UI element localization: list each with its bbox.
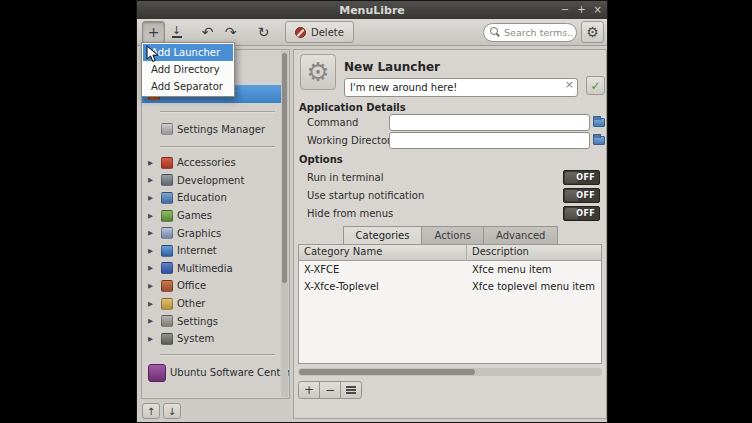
move-down-button[interactable]: ↓ (163, 403, 181, 419)
category-name-cell: X-Xfce-Toplevel (299, 281, 467, 292)
expander-icon[interactable]: ▶ (148, 212, 157, 220)
settings-button[interactable]: ⚙ (581, 21, 604, 43)
list-icon (346, 386, 356, 388)
menu-item-add-separator[interactable]: Add Separator (143, 78, 233, 95)
sidebar-item-label: Settings (177, 316, 218, 327)
switch-state: OFF (576, 191, 595, 200)
search-input[interactable] (504, 27, 574, 38)
tab-categories[interactable]: Categories (343, 226, 423, 245)
arrow-down-icon: ↓ (168, 406, 176, 417)
scrollbar-thumb[interactable] (299, 369, 475, 375)
folder-icon (593, 118, 605, 127)
add-category-button[interactable]: + (298, 381, 320, 399)
remove-category-button[interactable]: − (319, 381, 341, 399)
table-row[interactable]: X-XFCE Xfce menu item (299, 261, 601, 278)
categories-table: Category Name Description X-XFCE Xfce me… (298, 244, 602, 364)
expander-icon[interactable]: ▶ (148, 282, 157, 290)
tab-actions[interactable]: Actions (421, 226, 484, 245)
sidebar-item-software-center[interactable]: Ubuntu Software Center (142, 362, 281, 384)
sidebar-item-label: Multimedia (177, 263, 233, 274)
sidebar-item-label: System (177, 333, 214, 344)
office-icon (161, 280, 173, 292)
sidebar-item-graphics[interactable]: ▶ Graphics (142, 224, 281, 242)
sidebar-item-label: Ubuntu Software Center (170, 367, 290, 378)
add-button[interactable]: + (142, 21, 165, 43)
screen: MenuLibre − + × + ↓ ↶ ↷ (0, 0, 752, 423)
sidebar-item-settings-manager[interactable]: Settings Manager (142, 121, 281, 139)
option-startup-notification: Use startup notification OFF (307, 187, 600, 203)
menu-item-add-directory[interactable]: Add Directory (143, 61, 233, 78)
clear-icon[interactable]: × (565, 78, 574, 91)
expander-icon[interactable]: ▶ (148, 176, 157, 184)
expander-icon[interactable]: ▶ (148, 229, 157, 237)
sidebar-item-games[interactable]: ▶ Games (142, 207, 281, 225)
expander-icon[interactable]: ▶ (148, 247, 157, 255)
expander-icon[interactable]: ▶ (148, 264, 157, 272)
sidebar-item-label: Office (177, 280, 206, 291)
sidebar-item-label: Development (177, 175, 244, 186)
internet-icon (161, 245, 173, 257)
table-horizontal-scrollbar[interactable] (298, 368, 602, 376)
switch-state: OFF (576, 209, 595, 218)
minimize-button[interactable]: − (561, 1, 569, 19)
launcher-name-input[interactable] (344, 78, 578, 97)
sidebar-item-other[interactable]: ▶ Other (142, 295, 281, 313)
menulibre-window: MenuLibre − + × + ↓ ↶ ↷ (136, 0, 608, 423)
command-browse-button[interactable] (592, 114, 606, 131)
gear-icon: ⚙ (306, 57, 329, 87)
save-launcher-button[interactable]: ↓ (165, 21, 188, 43)
sidebar-item-internet[interactable]: ▶ Internet (142, 242, 281, 260)
sidebar-item-education[interactable]: ▶ Education (142, 189, 281, 207)
arrow-up-icon: ↑ (147, 406, 155, 417)
column-header-category-name[interactable]: Category Name (299, 245, 467, 261)
sidebar-item-settings[interactable]: ▶ Settings (142, 312, 281, 330)
expander-icon[interactable]: ▶ (148, 159, 157, 167)
expander-icon[interactable]: ▶ (148, 194, 157, 202)
games-icon (161, 210, 173, 222)
sidebar-item-label: Other (177, 298, 205, 309)
sidebar-item-development[interactable]: ▶ Development (142, 172, 281, 190)
close-button[interactable]: × (594, 1, 602, 19)
revert-button[interactable]: ↻ (252, 21, 275, 43)
approve-name-button[interactable]: ✓ (586, 76, 605, 95)
hide-from-menus-switch[interactable]: OFF (563, 206, 600, 221)
working-directory-browse-button[interactable] (592, 132, 606, 149)
launcher-icon-button[interactable]: ⚙ (300, 54, 336, 90)
redo-button[interactable]: ↷ (219, 21, 242, 43)
startup-notification-switch[interactable]: OFF (563, 188, 600, 203)
describe-category-button[interactable] (340, 381, 362, 399)
plus-icon: + (304, 383, 314, 397)
menu-tree: New Launcher Settings Manager ▶ Accessor… (141, 49, 290, 399)
move-up-button[interactable]: ↑ (142, 403, 160, 419)
settings-category-icon (161, 315, 173, 327)
check-icon: ✓ (590, 79, 600, 93)
tab-advanced[interactable]: Advanced (483, 226, 558, 245)
category-toolbar: + − (298, 381, 361, 399)
sidebar-item-accessories[interactable]: ▶ Accessories (142, 154, 281, 172)
undo-button[interactable]: ↶ (196, 21, 219, 43)
separator (160, 138, 275, 154)
maximize-button[interactable]: + (577, 1, 585, 19)
working-directory-input[interactable] (389, 132, 590, 149)
expander-icon[interactable]: ▶ (148, 317, 157, 325)
command-input[interactable] (389, 114, 590, 131)
sidebar-item-office[interactable]: ▶ Office (142, 277, 281, 295)
expander-icon[interactable]: ▶ (148, 300, 157, 308)
sidebar-item-system[interactable]: ▶ System (142, 330, 281, 348)
delete-button[interactable]: Delete (285, 21, 354, 43)
sidebar-item-multimedia[interactable]: ▶ Multimedia (142, 260, 281, 278)
window-title: MenuLibre (339, 4, 405, 17)
table-row[interactable]: X-Xfce-Toplevel Xfce toplevel menu item (299, 278, 601, 295)
accessories-icon (161, 157, 173, 169)
delete-icon (295, 27, 306, 38)
description-cell: Xfce toplevel menu item (467, 281, 601, 292)
search-box[interactable] (483, 23, 577, 42)
column-header-description[interactable]: Description (467, 245, 601, 261)
sidebar-scrollbar[interactable] (281, 51, 288, 397)
scrollbar-thumb[interactable] (282, 53, 287, 283)
titlebar[interactable]: MenuLibre − + × (137, 1, 607, 19)
expander-icon[interactable]: ▶ (148, 335, 157, 343)
name-field-wrap: × (344, 76, 578, 95)
run-in-terminal-switch[interactable]: OFF (563, 170, 600, 185)
save-icon: ↓ (172, 26, 182, 38)
